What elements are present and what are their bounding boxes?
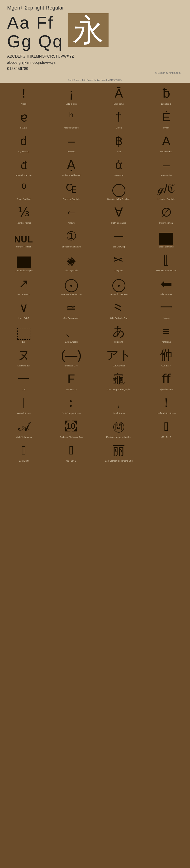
symbol-char: ①	[66, 227, 77, 245]
grid-item: Geometric Shapes	[0, 249, 47, 273]
symbol-char: –	[163, 156, 170, 173]
grid-label: Latin Ext A	[114, 103, 124, 105]
grid-label: Katakana	[162, 341, 171, 343]
symbol-char: ⅓	[18, 204, 30, 221]
symbol-block	[159, 233, 174, 245]
grid-item: ∀ Math Operators	[95, 202, 143, 225]
symbol-char: ﬀ	[162, 370, 170, 388]
grid-item: ƀ Latin Ext B	[143, 83, 190, 106]
grid-item: A Phonetic Ext	[143, 130, 190, 154]
grid-item: ℊ/ℭ Letterlike Symbols	[143, 178, 190, 202]
symbol-char: ─	[114, 227, 123, 245]
symbol-char: 𠀀	[164, 418, 168, 435]
grid-item: – Punctuation	[143, 154, 190, 178]
grid-item: 龜 CJK Compat Ideographs	[95, 368, 143, 392]
grid-item: F Latin Ext D	[47, 368, 95, 392]
grid-label: Cyrillic	[163, 127, 169, 129]
symbol-circle-dot	[65, 279, 78, 292]
grid-item: ヌ Katakana Ext	[0, 344, 47, 368]
grid-item: Ạ Latin Ext Additional	[47, 154, 95, 178]
grid-item: ﹐ Small Forms	[95, 392, 143, 416]
grid-label: Sup Arrows B	[17, 293, 30, 296]
grid-label: Modifier Letters	[64, 127, 79, 129]
font-title: Mgen+ 2cp light Regular	[7, 5, 183, 11]
grid-label: Hebrew	[68, 150, 75, 153]
symbol-char: –	[68, 132, 75, 149]
symbol-char: ㉄	[113, 418, 125, 435]
grid-item: ∅ Misc Technical	[143, 202, 190, 225]
grid-label: Currency Symbols	[63, 198, 80, 200]
grid-item: ∨ Latin Ext C	[0, 297, 47, 321]
symbol-char: F	[68, 370, 75, 388]
grid-label: Geometric Shapes	[15, 269, 33, 272]
grid-label: Hiragena	[114, 341, 123, 343]
symbol-char: ฿	[115, 132, 123, 149]
grid-label: Punctuation	[160, 174, 172, 177]
grid-label: Katakana Ext	[17, 365, 30, 367]
grid-item: Etc	[0, 321, 47, 344]
grid-label: Super And Sub	[16, 198, 31, 200]
grid-item: † Greek	[95, 106, 143, 130]
grid-item: ʰ Modifier Letters	[47, 106, 95, 130]
symbol-char: ↗	[18, 275, 29, 292]
grid-item: ─ Box Drawing	[95, 225, 143, 249]
grid-label: Phonetic Ext Sup	[15, 174, 32, 177]
grid-item: ︱ Vertical Forms	[0, 392, 47, 416]
grid-item: ≃ Sup Punctuation	[47, 297, 95, 321]
grid-label: Math Alphanums	[16, 436, 32, 438]
grid-item: Sup Math Operators	[95, 273, 143, 297]
grid-label: CJK Compat	[113, 365, 125, 367]
symbol-char: †	[115, 108, 122, 126]
symbol-char: Ạ	[67, 156, 76, 173]
symbol-char: ✂	[114, 251, 124, 269]
symbol-char: ︱	[17, 394, 30, 411]
grid-item: ฿ Thai	[95, 130, 143, 154]
grid-item: ⁰ Super And Sub	[0, 178, 47, 202]
grid-item: Misc Math Symbols B	[47, 273, 95, 297]
latin-chars-2: Gg Qq	[7, 32, 64, 51]
grid-label: Greek	[116, 127, 122, 129]
grid-item: 丽 CJK Compat Ideographs Sup	[95, 440, 143, 464]
font-preview: Aa Ff Gg Qq 永	[7, 13, 183, 51]
grid-label: CJK Compat Ideographs	[107, 388, 130, 391]
grid-label: Alphabetic PF	[160, 388, 173, 391]
symbol-char: ︰	[65, 394, 77, 411]
grid-item: ︰ CJK Compat Forms	[47, 392, 95, 416]
grid-item: ← Arrows	[47, 202, 95, 225]
grid-item: 一 CJK	[0, 368, 47, 392]
symbol-char: ！	[160, 394, 173, 411]
symbol-char: È	[162, 108, 170, 126]
grid-label: Misc Technical	[159, 222, 173, 224]
grid-label: Greek Ext	[114, 174, 123, 177]
grid-label: Enclosed Alphanum Sup	[60, 436, 83, 438]
grid-label: Letterlike Symbols	[157, 198, 175, 200]
grid-item: ⼀ Kangxi	[143, 297, 190, 321]
grid-label: CJK Ext D	[66, 460, 76, 462]
grid-item: ά Greek Ext	[95, 154, 143, 178]
grid-item: – Hebrew	[47, 130, 95, 154]
grid-item: ﬀ Alphabetic PF	[143, 368, 190, 392]
grid-item: ⅓ Number Forms	[0, 202, 47, 225]
grid-label: CJK Ext A	[161, 365, 171, 367]
symbol-circle	[112, 184, 125, 197]
symbol-char: ₠	[66, 180, 77, 197]
grid-label: Etc	[22, 341, 25, 343]
symbol-arrow-filled: ⬅	[160, 276, 172, 292]
symbol-char: ά	[115, 156, 122, 173]
symbol-char: 丽	[113, 442, 125, 459]
lowercase-row: abcdefghijklmnopqrstuvwxyz	[7, 60, 183, 66]
grid-item: (—) Enclosed CJK	[47, 344, 95, 368]
grid-item: 𠀀 CJK Ext B	[143, 416, 190, 440]
symbol-char: ⼀	[160, 299, 173, 316]
grid-item: ⬅ Misc Arrows	[143, 273, 190, 297]
symbol-char: 𝒜	[18, 418, 29, 435]
chinese-preview: 永	[68, 13, 109, 46]
grid-label: Phonetic Ext	[160, 150, 173, 153]
symbol-char: d	[21, 132, 27, 149]
symbol-char: ≡	[163, 323, 170, 340]
grid-item: ! ASCII	[0, 83, 47, 106]
grid-item: 𫝀 CJK Ext D	[47, 440, 95, 464]
grid-item: Ā Latin Ext A	[95, 83, 143, 106]
symbol-char: 一	[17, 370, 30, 388]
symbol-char: ⁰	[22, 180, 26, 197]
